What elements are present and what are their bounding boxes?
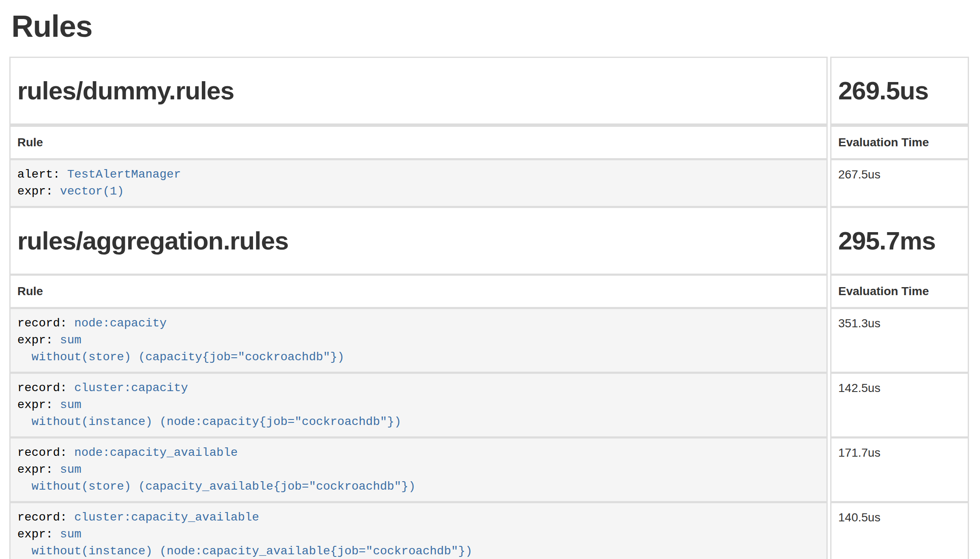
rule-column-header: Rule [9,276,828,309]
expr-label: expr: [17,185,60,198]
rule-group-file: rules/dummy.rules [17,74,820,108]
rule-group-eval-time: 269.5us [838,74,961,108]
rule-cell: record: node:capacity expr: sum without(… [9,309,828,374]
rule-expr-link[interactable]: sum without(store) (capacity{job="cockro… [17,334,344,364]
rule-name-link[interactable]: node:capacity [74,317,166,330]
expr-label: expr: [17,398,60,411]
expr-label: expr: [17,463,60,476]
eval-time-column-header: Evaluation Time [830,276,969,309]
rule-kind-label: record: [17,317,74,330]
rule-eval-time: 142.5us [830,374,969,438]
rule-name-link[interactable]: TestAlertManager [67,168,181,181]
rule-cell: record: cluster:capacity expr: sum witho… [9,374,828,438]
rule-definition: alert: TestAlertManager expr: vector(1) [17,166,820,200]
rule-expr-link[interactable]: sum without(store) (capacity_available{j… [17,463,416,493]
rule-group-title-cell: rules/aggregation.rules [9,208,828,276]
rule-name-link[interactable]: cluster:capacity_available [74,511,259,524]
rule-eval-time: 267.5us [830,160,969,208]
eval-time-column-header: Evaluation Time [830,126,969,160]
rules-page: Rules rules/dummy.rules 269.5us Rule Eva… [0,0,980,559]
rule-cell: record: node:capacity_available expr: su… [9,438,828,503]
rule-cell: record: cluster:capacity_available expr:… [9,503,828,559]
page-title: Rules [9,0,969,43]
rule-name-link[interactable]: cluster:capacity [74,381,188,395]
rule-expr-link[interactable]: vector(1) [60,185,124,198]
rule-group-file: rules/aggregation.rules [17,224,820,258]
rule-group-eval-time-cell: 295.7ms [830,208,969,276]
rule-cell: alert: TestAlertManager expr: vector(1) [9,160,828,208]
rule-definition: record: cluster:capacity_available expr:… [17,509,820,559]
rule-kind-label: record: [17,381,74,395]
expr-label: expr: [17,528,60,541]
rules-table: rules/dummy.rules 269.5us Rule Evaluatio… [9,57,969,559]
rule-expr-link[interactable]: sum without(instance) (node:capacity_ava… [17,528,472,558]
rule-definition: record: cluster:capacity expr: sum witho… [17,380,820,430]
rule-column-header: Rule [9,126,828,160]
rule-eval-time: 140.5us [830,503,969,559]
rule-eval-time: 171.7us [830,438,969,503]
rule-group-eval-time-cell: 269.5us [830,57,969,126]
rule-kind-label: record: [17,446,74,459]
rule-kind-label: record: [17,511,74,524]
expr-label: expr: [17,334,60,347]
rule-kind-label: alert: [17,168,67,181]
rule-group-title-cell: rules/dummy.rules [9,57,828,126]
rule-group-eval-time: 295.7ms [838,224,961,258]
rule-eval-time: 351.3us [830,309,969,374]
rule-expr-link[interactable]: sum without(instance) (node:capacity{job… [17,398,401,428]
rule-definition: record: node:capacity_available expr: su… [17,444,820,495]
rule-name-link[interactable]: node:capacity_available [74,446,237,459]
rule-definition: record: node:capacity expr: sum without(… [17,315,820,366]
